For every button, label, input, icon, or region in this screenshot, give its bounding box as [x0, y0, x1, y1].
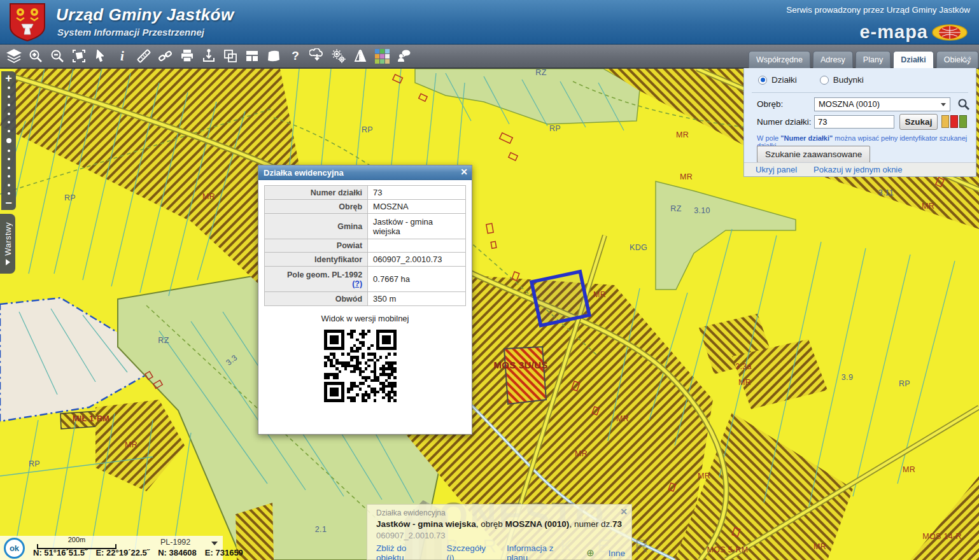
- legend-colors-icon[interactable]: [372, 46, 392, 66]
- measure-icon[interactable]: [134, 46, 154, 66]
- zoom-in-icon[interactable]: [25, 46, 46, 66]
- hide-panel-link[interactable]: Ukryj panel: [756, 165, 797, 174]
- single-window-link[interactable]: Pokazuj w jednym oknie: [813, 165, 902, 174]
- map-label: MR: [575, 449, 588, 458]
- coordinates-readout: N: 51°16´51.5˝E: 22°19´22.5˝N: 384608E: …: [33, 548, 221, 557]
- zoom-slider: + −: [1, 71, 16, 210]
- infobar-main: Jastków - gmina wiejska, obręb MOSZNA (0…: [376, 519, 625, 529]
- draw-polygon-icon[interactable]: [264, 46, 284, 66]
- zoom-in-button[interactable]: +: [5, 73, 12, 84]
- zoom-level-dot[interactable]: [8, 130, 10, 132]
- feedback-user-icon[interactable]: [393, 46, 414, 66]
- other-link[interactable]: Inne: [609, 549, 625, 558]
- parcel-attributes-table: Numer działki73 ObrębMOSZNA GminaJastków…: [264, 185, 466, 306]
- map-label: 3:3a: [735, 362, 752, 371]
- numer-dzialki-input[interactable]: [814, 115, 894, 129]
- zoom-level-dot[interactable]: [8, 150, 10, 152]
- zoom-level-dot[interactable]: [8, 184, 10, 186]
- tab-adresy[interactable]: Adresy: [813, 51, 853, 68]
- zoom-level-dot[interactable]: [8, 95, 10, 98]
- zoom-out-button[interactable]: −: [5, 197, 12, 209]
- zoom-level-dots[interactable]: [6, 84, 11, 197]
- map-label: RZ: [158, 336, 169, 345]
- obreb-select[interactable]: MOSZNA (0010): [814, 97, 950, 111]
- pointer-icon[interactable]: [90, 46, 111, 66]
- emapa-brand: e-mapa: [859, 22, 928, 43]
- tab-obiekty[interactable]: Obiekty: [936, 51, 978, 68]
- legend-chip: [959, 115, 967, 128]
- expand-triangle-icon: [6, 259, 10, 265]
- tab-wspolrzedne[interactable]: Współrzędne: [749, 51, 810, 68]
- map-label: MOS 5-RM: [707, 545, 749, 554]
- info-icon[interactable]: i: [112, 46, 132, 66]
- tab-dzialki[interactable]: Działki: [893, 51, 934, 68]
- zoom-level-dot[interactable]: [8, 113, 10, 115]
- infobar-identifier: 060907_2.0010.73: [376, 531, 625, 540]
- feature-info-bar: ✕ Działka ewidencyjna Jastków - gmina wi…: [367, 504, 632, 560]
- zoom-level-dot[interactable]: [8, 121, 10, 123]
- map-label: MR: [698, 472, 710, 480]
- map-label: MR: [676, 130, 689, 139]
- zoom-to-object-link[interactable]: Zbliż do obiektu: [376, 543, 433, 560]
- table-row: Powiat: [265, 239, 466, 253]
- table-row: Obwód350 m: [265, 292, 466, 306]
- table-row: ObrębMOSZNA: [265, 200, 466, 214]
- zoom-level-dot[interactable]: [8, 192, 10, 195]
- zoom-level-dot[interactable]: [6, 138, 11, 143]
- layers-panel-tab[interactable]: Warstwy: [0, 214, 15, 274]
- panel-close-icon[interactable]: ✕: [963, 53, 971, 65]
- map-label: RP: [362, 125, 373, 134]
- radio-dzialki[interactable]: Działki: [758, 75, 797, 85]
- app-subtitle: System Informacji Przestrzennej: [57, 27, 204, 38]
- zoom-level-dot[interactable]: [8, 104, 10, 106]
- gmina-coat-of-arms: [8, 3, 47, 42]
- download-cloud-icon[interactable]: [307, 46, 327, 66]
- map-label: MR: [738, 378, 751, 387]
- e-mapa-application: Urząd Gminy Jastków System Informacji Pr…: [0, 0, 979, 560]
- plan-info-link[interactable]: Informacja z planu: [507, 543, 572, 560]
- chevron-down-icon[interactable]: [211, 542, 218, 545]
- legend-chip: [941, 115, 949, 128]
- mobile-view-caption: Widok w wersji mobilnej: [258, 314, 472, 323]
- plus-circle-icon[interactable]: ⊕: [586, 547, 595, 559]
- search-panel-body: Działki Budynki Obręb: MOSZNA (0010) Num…: [743, 68, 976, 177]
- map-label: MR: [616, 414, 629, 423]
- details-link[interactable]: Szczegóły (i): [447, 543, 493, 560]
- help-icon[interactable]: ?: [285, 46, 306, 66]
- layout-panels-icon[interactable]: [242, 46, 262, 66]
- locate-pin-icon[interactable]: [199, 46, 219, 66]
- mirror-icon[interactable]: [350, 46, 370, 66]
- radio-budynki[interactable]: Budynki: [820, 75, 864, 85]
- crs-select[interactable]: PL-1992: [160, 538, 190, 547]
- map-label: 3.10: [694, 206, 710, 215]
- selected-parcel-outline: [532, 272, 589, 326]
- layers-icon[interactable]: [4, 46, 24, 66]
- print-icon[interactable]: [177, 46, 197, 66]
- map-label: RP: [64, 193, 76, 202]
- area-help-link[interactable]: (?): [352, 279, 362, 288]
- numer-dzialki-label: Numer działki:: [757, 117, 812, 127]
- advanced-search-button[interactable]: Szukanie zaawansowane: [757, 146, 870, 163]
- copy-window-icon[interactable]: [220, 46, 241, 66]
- map-label: MR: [903, 465, 915, 474]
- szukaj-button[interactable]: Szukaj: [899, 114, 938, 130]
- map-label: MIŁ 1-RM: [73, 414, 109, 423]
- zoom-extent-icon[interactable]: [69, 46, 89, 66]
- settings-icon[interactable]: [328, 46, 349, 66]
- radio-dot: [820, 76, 829, 85]
- map-label: RZ: [535, 69, 546, 77]
- zoom-level-dot[interactable]: [8, 167, 10, 169]
- tab-plany[interactable]: Plany: [856, 51, 891, 68]
- map-label: MR: [202, 192, 215, 201]
- zoom-level-dot[interactable]: [8, 158, 10, 160]
- dialog-close-icon[interactable]: ✕: [460, 167, 468, 177]
- zoom-level-dot[interactable]: [8, 87, 10, 89]
- zoom-level-dot[interactable]: [8, 175, 10, 178]
- table-row: GminaJastków - gmina wiejska: [265, 214, 466, 239]
- link-icon[interactable]: [155, 46, 176, 66]
- ok-button[interactable]: ok: [4, 538, 25, 559]
- search-magnifier-icon[interactable]: [957, 97, 971, 111]
- zoom-out-icon[interactable]: [47, 46, 67, 66]
- infobar-close-icon[interactable]: ✕: [620, 507, 628, 517]
- map-label: MR: [125, 440, 137, 449]
